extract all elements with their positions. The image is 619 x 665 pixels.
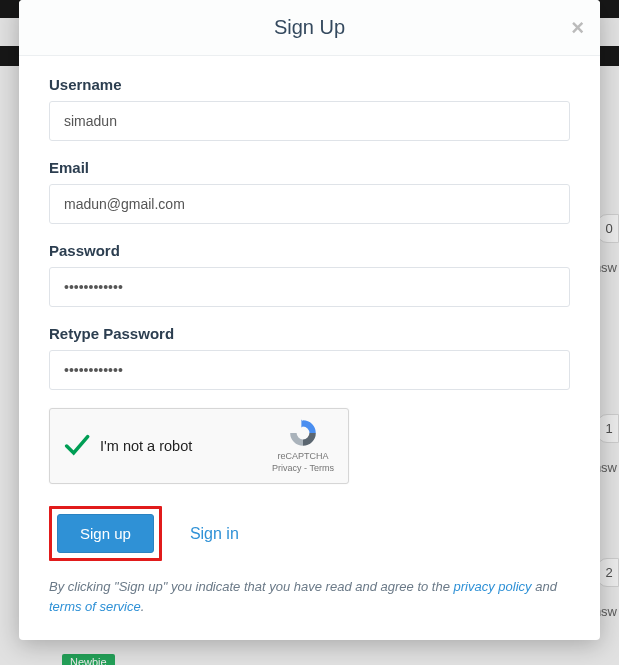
retype-password-label: Retype Password xyxy=(49,325,570,342)
terms-of-service-link[interactable]: terms of service xyxy=(49,599,141,614)
email-group: Email xyxy=(49,159,570,224)
retype-password-group: Retype Password xyxy=(49,325,570,390)
checkmark-icon xyxy=(62,432,90,460)
recaptcha-logo-icon xyxy=(287,417,319,449)
close-button[interactable]: × xyxy=(571,17,584,39)
recaptcha-label: I'm not a robot xyxy=(90,438,270,454)
password-label: Password xyxy=(49,242,570,259)
email-input[interactable] xyxy=(49,184,570,224)
close-icon: × xyxy=(571,15,584,40)
username-group: Username xyxy=(49,76,570,141)
disclaimer-suffix: . xyxy=(141,599,145,614)
password-input[interactable] xyxy=(49,267,570,307)
recaptcha-branding: reCAPTCHA Privacy - Terms xyxy=(270,417,336,474)
modal-title: Sign Up xyxy=(274,16,345,38)
recaptcha-brand-text: reCAPTCHA xyxy=(270,451,336,463)
signup-modal: Sign Up × Username Email Password Retype… xyxy=(19,0,600,640)
signin-link[interactable]: Sign in xyxy=(190,525,239,543)
disclaimer-middle: and xyxy=(532,579,557,594)
email-label: Email xyxy=(49,159,570,176)
signup-button[interactable]: Sign up xyxy=(57,514,154,553)
modal-header: Sign Up × xyxy=(19,0,600,56)
recaptcha-links: Privacy - Terms xyxy=(270,463,336,475)
disclaimer-prefix: By clicking "Sign up" you indicate that … xyxy=(49,579,454,594)
disclaimer-text: By clicking "Sign up" you indicate that … xyxy=(49,577,570,616)
username-input[interactable] xyxy=(49,101,570,141)
form-actions: Sign up Sign in xyxy=(49,506,570,561)
modal-body: Username Email Password Retype Password … xyxy=(19,56,600,640)
password-group: Password xyxy=(49,242,570,307)
recaptcha-terms-link[interactable]: Terms xyxy=(309,463,334,473)
recaptcha-privacy-link[interactable]: Privacy xyxy=(272,463,302,473)
recaptcha-widget[interactable]: I'm not a robot reCAPTCHA Privacy - Term… xyxy=(49,408,349,484)
retype-password-input[interactable] xyxy=(49,350,570,390)
username-label: Username xyxy=(49,76,570,93)
privacy-policy-link[interactable]: privacy policy xyxy=(454,579,532,594)
signup-highlight: Sign up xyxy=(49,506,162,561)
